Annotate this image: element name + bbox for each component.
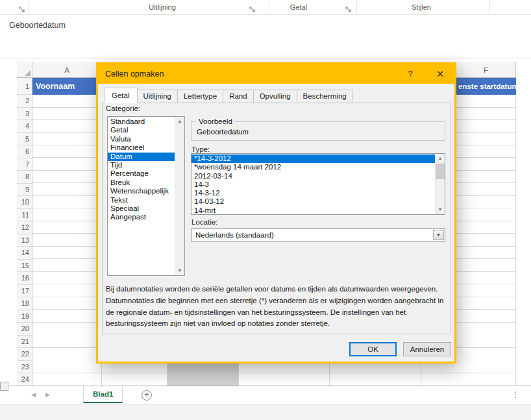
category-listbox[interactable]: StandaardGetalValutaFinancieelDatumTijdP… <box>107 116 185 276</box>
row-header[interactable]: 9 <box>17 184 32 197</box>
row-header[interactable]: 6 <box>17 145 32 158</box>
pane-corner <box>0 382 8 391</box>
add-sheet-button[interactable]: + <box>142 390 152 401</box>
tab-opvulling[interactable]: Opvulling <box>253 90 297 103</box>
type-listbox[interactable]: *14-3-2012*woensdag 14 maart 20122012-03… <box>191 153 445 215</box>
row-header[interactable]: 20 <box>17 323 32 336</box>
category-item[interactable]: Wetenschappelijk <box>108 187 175 195</box>
row-header[interactable]: 19 <box>17 310 32 323</box>
category-item[interactable]: Getal <box>108 126 175 134</box>
row-header[interactable]: 10 <box>17 196 32 209</box>
group-divider <box>29 1 29 14</box>
tab-rand[interactable]: Rand <box>223 90 254 103</box>
cell-a1[interactable]: Voornaam <box>36 78 75 95</box>
date-format-description: Bij datumnotaties worden de seriële geta… <box>106 284 451 330</box>
tab-uitlijning[interactable]: Uitlijning <box>137 90 178 103</box>
more-options-icon[interactable]: ⋮ <box>512 390 519 399</box>
preview-group: Voorbeeld Geboortedatum <box>191 121 445 141</box>
dialog-tabs: Getal Uitlijning Lettertype Rand Opvulli… <box>104 88 352 103</box>
dialog-launcher-icon[interactable] <box>345 4 352 11</box>
scroll-down-icon[interactable]: ▼ <box>175 266 184 275</box>
category-scrollbar[interactable]: ▲ ▼ <box>175 117 184 275</box>
scroll-up-icon[interactable]: ▲ <box>175 117 184 126</box>
scroll-up-icon[interactable]: ▲ <box>436 154 445 163</box>
formula-bar[interactable]: Geboortedatum <box>0 15 531 58</box>
dialog-launcher-icon[interactable] <box>249 4 256 11</box>
row-header[interactable]: 22 <box>17 348 32 361</box>
cancel-button[interactable]: Annuleren <box>403 342 451 356</box>
row-header[interactable]: 1 <box>17 78 32 95</box>
select-all-button[interactable] <box>17 62 32 78</box>
category-item[interactable]: Percentage <box>108 169 175 178</box>
ribbon-strip: Uitlijning Getal Stijlen <box>0 0 531 15</box>
locale-label: Locatie: <box>191 218 217 226</box>
row-header[interactable]: 11 <box>17 209 32 222</box>
tab-getal[interactable]: Getal <box>104 88 138 103</box>
scroll-down-icon[interactable]: ▼ <box>436 205 445 214</box>
category-item[interactable]: Financieel <box>108 143 175 152</box>
sheet-prev-icon[interactable]: ◀ <box>31 391 36 398</box>
row-header[interactable]: 18 <box>17 297 32 310</box>
row-header[interactable]: 3 <box>17 108 32 121</box>
ok-button[interactable]: OK <box>349 342 397 356</box>
type-item[interactable]: 2012-03-14 <box>191 172 435 180</box>
chevron-down-icon: ▼ <box>434 230 443 240</box>
row-header[interactable]: 2 <box>17 95 32 108</box>
ribbon-group-number: Getal <box>290 3 307 11</box>
row-header[interactable]: 17 <box>17 285 32 298</box>
excel-window: Uitlijning Getal Stijlen Geboortedatum A… <box>0 0 531 420</box>
sheet-tab-blad1[interactable]: Blad1 <box>83 386 123 403</box>
type-label: Type: <box>191 145 210 153</box>
category-item[interactable]: Tijd <box>108 161 175 169</box>
dialog-title: Cellen opmaken <box>105 69 164 79</box>
row-header[interactable]: 21 <box>17 336 32 349</box>
row-header[interactable]: 4 <box>17 120 32 133</box>
ribbon-group-alignment: Uitlijning <box>149 3 176 11</box>
type-item[interactable]: *14-3-2012 <box>191 154 435 163</box>
category-item[interactable]: Speciaal <box>108 204 175 213</box>
row-header[interactable]: 23 <box>17 361 32 374</box>
preview-label: Voorbeeld <box>196 117 235 125</box>
column-header-a[interactable]: A <box>32 62 102 78</box>
sheet-tab-bar: ◀ ▶ Blad1 + ⋮ <box>0 386 531 404</box>
sheet-next-icon[interactable]: ▶ <box>45 391 50 398</box>
dialog-launcher-icon[interactable] <box>18 4 25 11</box>
tab-lettertype[interactable]: Lettertype <box>177 90 223 103</box>
type-item[interactable]: 14-mrt <box>191 206 435 214</box>
cell-f1[interactable]: enste startdatum <box>458 78 516 95</box>
type-item[interactable]: 14-03-12 <box>191 197 435 206</box>
close-icon[interactable]: ✕ <box>435 69 445 79</box>
locale-dropdown[interactable]: Nederlands (standaard) ▼ <box>191 229 445 241</box>
type-item[interactable]: *woensdag 14 maart 2012 <box>191 163 435 171</box>
locale-value: Nederlands (standaard) <box>195 229 274 241</box>
category-item[interactable]: Aangepast <box>108 213 175 221</box>
category-item[interactable]: Tekst <box>108 196 175 204</box>
row-header[interactable]: 5 <box>17 133 32 146</box>
row-header[interactable]: 14 <box>17 247 32 260</box>
scrollbar-thumb[interactable] <box>436 164 445 179</box>
row-headers: 123456789101112131415161718192021222324 <box>17 78 32 386</box>
category-item[interactable]: Datum <box>108 153 175 161</box>
tab-bescherming[interactable]: Bescherming <box>297 90 353 103</box>
status-bar <box>0 404 531 420</box>
category-item[interactable]: Breuk <box>108 179 175 187</box>
dropdown-button[interactable]: ▼ <box>433 230 444 240</box>
row-header[interactable]: 24 <box>17 373 32 386</box>
group-divider <box>269 1 269 14</box>
type-item[interactable]: 14-3-12 <box>191 189 435 197</box>
group-divider <box>489 1 490 14</box>
row-header[interactable]: 16 <box>17 272 32 285</box>
category-item[interactable]: Valuta <box>108 135 175 143</box>
row-header[interactable]: 12 <box>17 221 32 234</box>
help-icon[interactable]: ? <box>405 69 415 79</box>
category-item[interactable]: Standaard <box>108 117 175 126</box>
type-item[interactable]: 14-3 <box>191 180 435 189</box>
dialog-titlebar[interactable]: Cellen opmaken ? ✕ <box>98 64 454 84</box>
row-header[interactable]: 15 <box>17 260 32 273</box>
row-header[interactable]: 7 <box>17 158 32 171</box>
type-scrollbar[interactable]: ▲ ▼ <box>435 154 445 214</box>
format-cells-dialog: Cellen opmaken ? ✕ Getal Uitlijning Lett… <box>96 62 456 364</box>
row-header[interactable]: 8 <box>17 171 32 184</box>
row-header[interactable]: 13 <box>17 234 32 247</box>
ribbon-group-styles: Stijlen <box>412 3 431 11</box>
